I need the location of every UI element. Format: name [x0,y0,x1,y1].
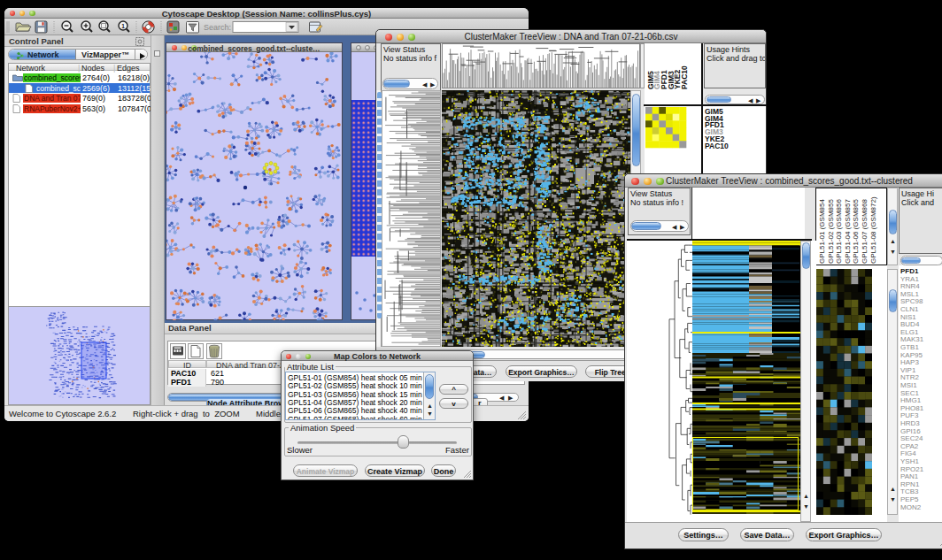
svg-text:GPL51-02 (GSM855: GPL51-02 (GSM855 [827,199,835,264]
svg-text:GPL51-07 (GSM868: GPL51-07 (GSM868 [861,199,869,264]
svg-text:1: 1 [121,23,125,29]
svg-text:GPL51-03 (GSM856: GPL51-03 (GSM856 [835,199,843,264]
svg-text:Search:: Search: [204,23,231,32]
svg-text:GPL51-06 (GSM865: GPL51-06 (GSM865 [852,199,860,264]
svg-text:GPL51-08 (GSM872): GPL51-08 (GSM872) [869,196,877,264]
svg-text:PAC10: PAC10 [680,65,689,89]
svg-text:GPL51-04 (GSM857: GPL51-04 (GSM857 [844,199,852,264]
svg-text:GPL51-01 (GSM854: GPL51-01 (GSM854 [818,199,826,264]
